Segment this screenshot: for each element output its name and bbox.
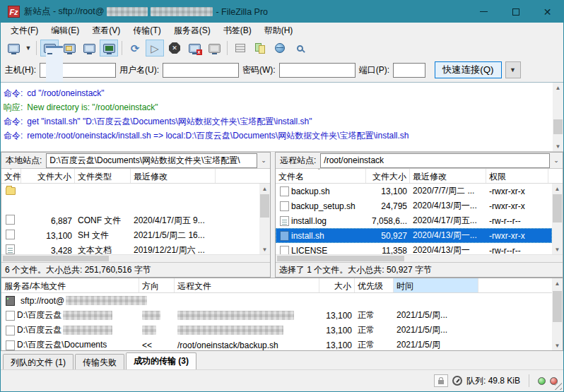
port-label: 端口(P): [359,64,389,76]
chevron-down-icon[interactable]: ⌄ [550,157,563,164]
toolbar-separator [227,41,228,55]
disconnect-button[interactable]: x [185,40,204,57]
tab-queued-files[interactable]: 列队的文件 (1) [3,354,74,369]
remote-file-row-selected[interactable]: install.sh 50,927 2020/4/13/周一... -rwxr-… [276,228,552,243]
quickconnect-button[interactable]: 快速连接(Q) [435,61,502,78]
local-hscrollbar[interactable] [1,254,270,262]
tab-successful-transfers[interactable]: 成功的传输 (3) [126,352,196,369]
menu-bookmarks[interactable]: 书签(B) [218,23,257,38]
synchronized-browsing-button[interactable] [271,40,289,57]
local-col-modified[interactable]: 最近修改 [131,169,216,183]
quickconnect-dropdown[interactable]: ▼ [505,61,521,78]
site-manager-button[interactable] [4,40,23,57]
toolbar: ▼ ⟳ ▷ ✕ x [1,38,563,58]
directory-filters-button[interactable] [231,40,249,57]
remote-col-size[interactable]: 文件大小 [366,169,410,183]
menu-help[interactable]: 帮助(H) [259,23,299,38]
directory-comparison-button[interactable] [251,40,269,57]
remote-file-row[interactable]: backup_setup.sh 24,795 2020/4/13/周一... -… [276,198,552,213]
local-list-scrollbar[interactable]: ▲▼ [259,184,270,254]
lock-icon [438,380,444,384]
remote-file-row[interactable]: install.log 7,058,6... 2020/4/17/周五... -… [276,213,552,228]
log-line: 命令:cd "/root/oneinstack" [4,86,549,100]
remote-file-row[interactable]: backup.sh 13,100 2020/7/7/周二 ... -rwxr-x… [276,184,552,198]
queue-server-row[interactable]: sftp://root@ [1,293,563,308]
window-title-suffix: - FileZilla Pro [216,7,268,17]
reconnect-icon [208,44,221,53]
remote-col-modified[interactable]: 最近修改 [410,169,486,183]
menu-view[interactable]: 查看(V) [86,23,126,38]
tab-failed-transfers[interactable]: 传输失败 [75,354,124,369]
close-button[interactable]: ✕ [531,1,563,23]
toggle-local-tree-button[interactable] [60,40,78,57]
remote-col-perms[interactable]: 权限 [486,169,548,183]
local-file-row[interactable] [1,184,259,198]
maximize-button[interactable] [500,1,531,23]
chevron-down-icon[interactable]: ⌄ [257,157,270,164]
remote-list-scrollbar[interactable]: ▲▼ [552,184,563,254]
remote-hscrollbar[interactable] [276,254,563,262]
toolbar-separator [122,41,122,55]
queue-col-size[interactable]: 大小 [319,278,355,292]
queue-transfer-row[interactable]: D:\百度云盘 13,100 正常 2021/1/5/周... [1,323,563,338]
speed-limit-icon[interactable] [452,376,462,386]
username-input[interactable] [163,63,239,78]
censored-region [177,311,294,320]
menu-transfer[interactable]: 传输(T) [127,23,166,38]
censored-host-region [107,7,148,16]
message-log-icon [44,44,56,53]
minimize-button[interactable] [468,1,500,23]
menu-file[interactable]: 文件(F) [5,23,44,38]
censored-region [142,311,160,320]
port-input[interactable] [393,63,425,78]
password-input[interactable] [279,63,356,78]
remote-file-row[interactable]: LICENSE 11,358 2020/4/13/周一 -rw-r--r-- [276,243,552,254]
queue-col-remote[interactable]: 远程文件 [175,278,319,292]
local-col-size[interactable]: 文件大小 [21,169,75,183]
resize-grip[interactable] [555,383,562,390]
cancel-icon: ✕ [169,42,180,54]
queue-transfer-row[interactable]: D:\百度云盘 13,100 正常 2021/1/5/周... [1,308,563,323]
toggle-transfer-queue-button[interactable] [100,40,118,57]
local-file-row[interactable]: 3,428 文本文档 2019/12/21/周六 ... [1,243,259,254]
search-icon [297,45,303,52]
censored-region [177,326,283,335]
local-path-combo[interactable]: D:\百度云盘\Documents\网站数据文件夹\宝塔配置\ [46,153,257,168]
remote-status: 选择了 1 个文件。大小总共: 50,927 字节 [276,262,563,277]
local-col-type[interactable]: 文件类型 [75,169,131,183]
search-button[interactable] [290,40,309,57]
queue-scrollbar[interactable]: ▲▼ [552,278,563,350]
cancel-operation-button[interactable]: ✕ [165,40,184,57]
site-manager-dropdown[interactable]: ▼ [23,40,33,57]
filter-icon [235,44,245,52]
refresh-button[interactable]: ⟳ [126,40,144,57]
menu-edit[interactable]: 编辑(E) [45,23,85,38]
menu-server[interactable]: 服务器(S) [168,23,216,38]
server-icon [6,296,15,306]
remote-path-combo[interactable]: /root/oneinstack [320,153,550,168]
toggle-message-log-button[interactable] [40,40,59,57]
local-file-list: 6,887 CONF 文件 2020/4/17/周五 9... 13,100 S… [1,184,270,254]
local-col-name[interactable]: ˆ文件名 [1,169,21,183]
file-icon [6,340,15,350]
local-file-row[interactable] [1,198,259,213]
queue-col-direction[interactable]: 方向 [139,278,175,292]
lock-status-button[interactable] [434,374,448,387]
queue-col-priority[interactable]: 优先级 [355,278,394,292]
local-list-header: ˆ文件名 文件大小 文件类型 最近修改 [1,169,270,184]
censored-host-region [151,7,213,16]
queue-transfer-row[interactable]: D:\百度云盘\Documents << /root/oneinstack/ba… [1,338,563,351]
log-scrollbar[interactable]: ▲▼ [553,83,563,151]
username-label: 用户名(U): [119,64,159,76]
local-file-row[interactable]: 13,100 SH 文件 2021/1/5/周二 16... [1,228,259,243]
remote-col-name[interactable]: 文件名ˆ [276,169,366,183]
queue-col-local[interactable]: 服务器/本地文件 [1,278,139,292]
local-pane: 本地站点: D:\百度云盘\Documents\网站数据文件夹\宝塔配置\ ⌄ … [1,152,271,278]
local-file-row[interactable]: 6,887 CONF 文件 2020/4/17/周五 9... [1,213,259,228]
reconnect-button[interactable] [205,40,223,57]
remote-site-label: 远程站点: [276,155,320,167]
toggle-remote-tree-button[interactable] [80,40,98,57]
queue-tabs: 列队的文件 (1) 传输失败 成功的传输 (3) [1,351,563,369]
queue-col-time[interactable]: 时间 [394,278,478,292]
process-queue-button[interactable]: ▷ [146,40,164,57]
